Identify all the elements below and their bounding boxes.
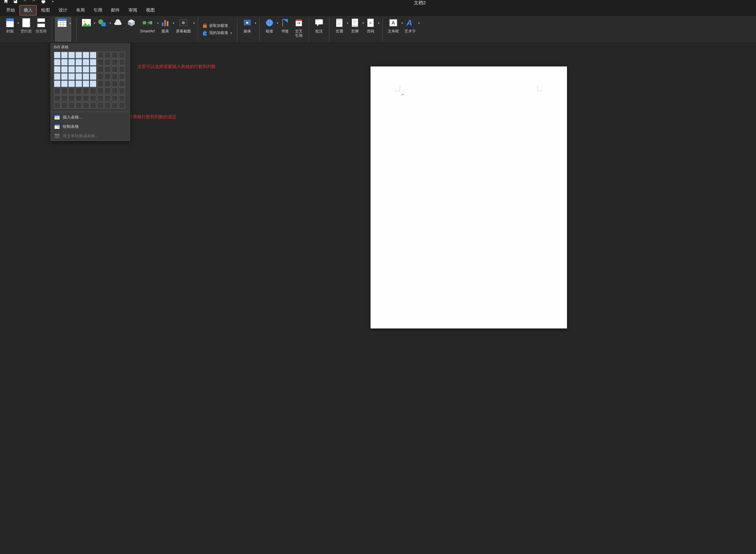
table-grid-cell[interactable] (68, 66, 75, 73)
menu-tab-0[interactable]: 开始 (2, 5, 19, 16)
redo-icon[interactable] (31, 0, 37, 4)
table-grid-cell[interactable] (97, 88, 104, 94)
table-grid-cell[interactable] (75, 95, 82, 102)
table-grid-cell[interactable] (119, 73, 125, 80)
table-grid-cell[interactable] (119, 80, 125, 87)
table-grid-cell[interactable] (90, 95, 96, 102)
table-grid-cell[interactable] (112, 52, 118, 58)
table-grid-cell[interactable] (119, 95, 125, 102)
table-grid-cell[interactable] (83, 73, 89, 80)
table-grid-cell[interactable] (61, 52, 68, 58)
chart-button[interactable]: 图表 (159, 17, 174, 42)
menu-tab-3[interactable]: 设计 (54, 5, 72, 16)
icons-button[interactable] (111, 17, 124, 42)
screenshot-button[interactable]: 屏幕截图 (174, 17, 194, 42)
page-break-button[interactable]: 分页符 (34, 17, 49, 42)
table-grid-cell[interactable] (54, 59, 60, 65)
table-grid-cell[interactable] (83, 95, 89, 102)
table-grid-cell[interactable] (90, 73, 96, 80)
table-grid-cell[interactable] (54, 66, 60, 73)
table-grid-cell[interactable] (83, 80, 89, 87)
models-3d-button[interactable] (124, 17, 138, 42)
table-grid-cell[interactable] (112, 102, 118, 109)
table-grid-cell[interactable] (54, 88, 60, 94)
blank-page-button[interactable]: 空白页 (19, 17, 34, 42)
qat-customize-icon[interactable]: ▾ (50, 0, 56, 4)
table-grid-cell[interactable] (68, 88, 75, 94)
table-grid-cell[interactable] (75, 73, 82, 80)
table-grid-cell[interactable] (105, 59, 111, 65)
table-grid-cell[interactable] (112, 95, 118, 102)
my-addins-button[interactable]: 我的加载项 (202, 30, 234, 36)
table-grid-cell[interactable] (97, 80, 104, 87)
table-grid-cell[interactable] (54, 102, 60, 109)
menu-tab-6[interactable]: 邮件 (107, 5, 124, 16)
table-grid-cell[interactable] (54, 95, 60, 102)
table-grid[interactable] (51, 52, 130, 110)
draw-table-item[interactable]: 绘制表格 (51, 122, 130, 131)
table-grid-cell[interactable] (75, 59, 82, 65)
link-button[interactable]: 链接 (263, 17, 278, 42)
table-grid-cell[interactable] (61, 95, 68, 102)
bookmark-button[interactable]: 书签 (278, 17, 292, 42)
table-grid-cell[interactable] (61, 66, 68, 73)
table-grid-cell[interactable] (119, 88, 125, 94)
table-grid-cell[interactable] (119, 66, 125, 73)
menu-tab-7[interactable]: 审阅 (124, 5, 141, 16)
table-grid-cell[interactable] (83, 59, 89, 65)
table-grid-cell[interactable] (90, 59, 96, 65)
table-grid-cell[interactable] (68, 102, 75, 109)
table-grid-cell[interactable] (68, 95, 75, 102)
table-grid-cell[interactable] (68, 73, 75, 80)
table-grid-cell[interactable] (112, 88, 118, 94)
table-grid-cell[interactable] (61, 88, 68, 94)
table-grid-cell[interactable] (54, 73, 60, 80)
get-addins-button[interactable]: 获取加载项 (202, 23, 234, 29)
table-grid-cell[interactable] (68, 80, 75, 87)
table-grid-cell[interactable] (105, 66, 111, 73)
table-grid-cell[interactable] (75, 80, 82, 87)
print-icon[interactable] (41, 0, 46, 4)
table-grid-cell[interactable] (112, 66, 118, 73)
media-button[interactable]: 媒体 (240, 17, 256, 42)
table-grid-cell[interactable] (97, 59, 104, 65)
table-grid-cell[interactable] (97, 52, 104, 58)
table-grid-cell[interactable] (68, 59, 75, 65)
table-grid-cell[interactable] (61, 102, 68, 109)
menu-tab-8[interactable]: 视图 (141, 5, 159, 16)
table-grid-cell[interactable] (83, 52, 89, 58)
pictures-button[interactable] (79, 17, 95, 42)
table-grid-cell[interactable] (112, 59, 118, 65)
table-grid-cell[interactable] (97, 73, 104, 80)
table-grid-cell[interactable] (105, 52, 111, 58)
page-number-button[interactable]: # 页码 (364, 17, 379, 42)
header-button[interactable]: 页眉 (333, 17, 348, 42)
undo-icon[interactable] (22, 0, 27, 4)
table-grid-cell[interactable] (83, 88, 89, 94)
table-grid-cell[interactable] (75, 88, 82, 94)
textbox-button[interactable]: A 文本框 (386, 17, 403, 42)
shapes-button[interactable] (95, 17, 111, 42)
table-grid-cell[interactable] (97, 66, 104, 73)
table-grid-cell[interactable] (61, 80, 68, 87)
table-grid-cell[interactable] (119, 52, 125, 58)
comment-button[interactable]: + 批注 (312, 17, 326, 42)
table-grid-cell[interactable] (75, 66, 82, 73)
table-grid-cell[interactable] (105, 102, 111, 109)
insert-table-item[interactable]: 插入表格... (51, 113, 130, 122)
table-grid-cell[interactable] (90, 102, 96, 109)
table-grid-cell[interactable] (90, 88, 96, 94)
wordart-button[interactable]: A 艺术字 (403, 17, 419, 42)
table-grid-cell[interactable] (112, 80, 118, 87)
table-grid-cell[interactable] (83, 102, 89, 109)
document-page[interactable]: ↵ (370, 66, 567, 328)
home-icon[interactable] (3, 0, 9, 4)
table-grid-cell[interactable] (54, 80, 60, 87)
save-icon[interactable] (12, 0, 18, 4)
table-grid-cell[interactable] (90, 66, 96, 73)
menu-tab-4[interactable]: 布局 (72, 5, 89, 16)
table-grid-cell[interactable] (105, 95, 111, 102)
menu-tab-2[interactable]: 绘图 (37, 5, 54, 16)
menu-tab-5[interactable]: 引用 (89, 5, 107, 16)
table-grid-cell[interactable] (112, 73, 118, 80)
